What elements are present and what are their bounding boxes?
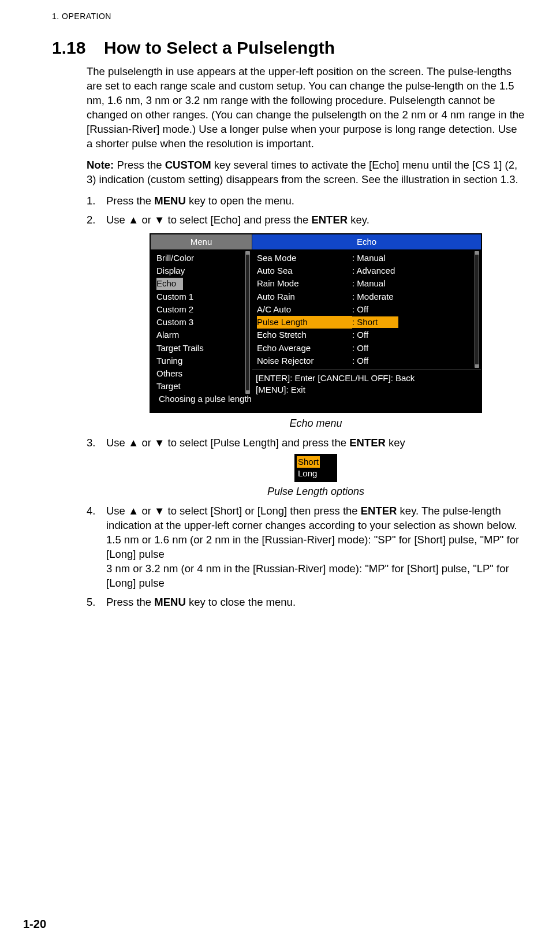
- echo-row-value: : Manual: [352, 252, 472, 264]
- step3-text-a: Use ▲ or ▼ to select [Pulse Length] and …: [106, 437, 349, 449]
- menu-item: Display: [156, 264, 244, 277]
- echo-row-value: : Off: [352, 329, 472, 341]
- menu-right-pane: Echo Sea Mode: ManualAuto Sea: AdvancedR…: [252, 234, 481, 387]
- help-line-1: [ENTER]: Enter [CANCEL/HL OFF]: Back: [256, 372, 477, 384]
- echo-row-label: Echo Average: [257, 342, 352, 355]
- echo-row: Noise Rejector: Off: [257, 355, 472, 367]
- echo-row-label: Noise Rejector: [257, 355, 352, 367]
- echo-row-value: : Short: [352, 316, 472, 329]
- option-short: Short: [297, 456, 320, 468]
- echo-row-label: Sea Mode: [257, 252, 352, 264]
- echo-row: Echo Stretch: Off: [257, 329, 472, 341]
- pulse-length-options-figure: Short Long: [294, 454, 337, 482]
- echo-menu-caption: Echo menu: [106, 416, 525, 430]
- echo-row-label: Auto Sea: [257, 264, 352, 277]
- echo-row: Sea Mode: Manual: [257, 252, 472, 264]
- menu-help: [ENTER]: Enter [CANCEL/HL OFF]: Back [ME…: [252, 370, 481, 398]
- section-heading: 1.18 How to Select a Pulselength: [52, 38, 525, 58]
- step2-text-a: Use ▲ or ▼ to select [Echo] and press th…: [106, 214, 311, 226]
- menu-item: Custom 2: [156, 303, 244, 316]
- step1-text-a: Press the: [106, 195, 154, 207]
- step2-text-b: key.: [348, 214, 369, 226]
- echo-menu-figure: Menu Brill/ColorDisplayEchoCustom 1Custo…: [150, 233, 482, 413]
- echo-row-label: Echo Stretch: [257, 329, 352, 341]
- menu-left-scrollbar: [245, 251, 250, 394]
- step-2: Use ▲ or ▼ to select [Echo] and press th…: [87, 213, 525, 431]
- body-column: The pulselength in use appears at the up…: [87, 65, 525, 610]
- echo-row: A/C Auto: Off: [257, 303, 472, 316]
- menu-left-body: Brill/ColorDisplayEchoCustom 1Custom 2Cu…: [151, 249, 252, 396]
- running-header: 1. OPERATION: [52, 12, 525, 21]
- step3-key: ENTER: [349, 437, 386, 449]
- option-long: Long: [297, 468, 335, 479]
- step3-text-b: key: [386, 437, 405, 449]
- intro-paragraph: The pulselength in use appears at the up…: [87, 65, 525, 151]
- echo-row: Echo Average: Off: [257, 342, 472, 355]
- menu-item: Brill/Color: [156, 252, 244, 264]
- menu-item: Tuning: [156, 355, 244, 367]
- menu-right-scrollbar: [475, 251, 479, 368]
- echo-row-value: : Moderate: [352, 290, 472, 303]
- step5-text-b: key to close the menu.: [186, 596, 296, 608]
- step-5: Press the MENU key to close the menu.: [87, 595, 525, 610]
- step4-key: ENTER: [361, 505, 397, 517]
- step4-line2: 1.5 nm or 1.6 nm (or 2 nm in the [Russia…: [106, 534, 519, 560]
- section-number: 1.18: [52, 38, 104, 58]
- echo-row: Rain Mode: Manual: [257, 277, 472, 290]
- options-caption: Pulse Length options: [106, 484, 525, 498]
- echo-row-value: : Off: [352, 303, 472, 316]
- echo-row-label: Pulse Length: [257, 316, 352, 329]
- menu-right-items: Sea Mode: ManualAuto Sea: AdvancedRain M…: [252, 249, 473, 370]
- step5-key: MENU: [154, 596, 185, 608]
- echo-row: Auto Rain: Moderate: [257, 290, 472, 303]
- step-3: Use ▲ or ▼ to select [Pulse Length] and …: [87, 436, 525, 498]
- menu-item: Echo: [156, 277, 244, 290]
- note-text-a: Press the: [114, 159, 165, 171]
- menu-item: Alarm: [156, 329, 244, 341]
- menu-left-pane: Menu Brill/ColorDisplayEchoCustom 1Custo…: [151, 234, 252, 387]
- echo-row-label: Rain Mode: [257, 277, 352, 290]
- step1-text-b: key to open the menu.: [186, 195, 294, 207]
- note-label: Note:: [87, 159, 114, 171]
- echo-row: Auto Sea: Advanced: [257, 264, 472, 277]
- note-key: CUSTOM: [165, 159, 211, 171]
- echo-row: Pulse Length: Short: [257, 316, 472, 329]
- step4-text-a: Use ▲ or ▼ to select [Short] or [Long] t…: [106, 505, 361, 517]
- menu-right-body: Sea Mode: ManualAuto Sea: AdvancedRain M…: [252, 249, 481, 370]
- page-number: 1-20: [23, 918, 46, 931]
- echo-row-value: : Advanced: [352, 264, 472, 277]
- menu-item: Target: [156, 380, 244, 393]
- step1-key: MENU: [154, 195, 185, 207]
- menu-top: Menu Brill/ColorDisplayEchoCustom 1Custo…: [151, 234, 481, 387]
- note-paragraph: Note: Press the CUSTOM key several times…: [87, 158, 525, 187]
- echo-row-value: : Off: [352, 342, 472, 355]
- menu-item: Others: [156, 367, 244, 380]
- help-line-2: [MENU]: Exit: [256, 384, 477, 396]
- menu-item: Custom 1: [156, 290, 244, 303]
- step5-text-a: Press the: [106, 596, 154, 608]
- step2-key: ENTER: [311, 214, 348, 226]
- section-title: How to Select a Pulselength: [104, 38, 335, 58]
- step4-line3: 3 nm or 3.2 nm (or 4 nm in the [Russian-…: [106, 562, 509, 589]
- echo-row-label: Auto Rain: [257, 290, 352, 303]
- step-4: Use ▲ or ▼ to select [Short] or [Long] t…: [87, 504, 525, 591]
- page: 1. OPERATION 1.18 How to Select a Pulsel…: [0, 0, 560, 947]
- echo-row-value: : Manual: [352, 277, 472, 290]
- menu-left-title: Menu: [151, 234, 252, 249]
- step-1: Press the MENU key to open the menu.: [87, 194, 525, 208]
- echo-row-label: A/C Auto: [257, 303, 352, 316]
- menu-item: Target Trails: [156, 342, 244, 355]
- menu-item: Custom 3: [156, 316, 244, 329]
- steps-list: Press the MENU key to open the menu. Use…: [87, 194, 525, 610]
- echo-row-value: : Off: [352, 355, 472, 367]
- menu-left-items: Brill/ColorDisplayEchoCustom 1Custom 2Cu…: [151, 249, 244, 396]
- menu-right-title: Echo: [252, 234, 481, 249]
